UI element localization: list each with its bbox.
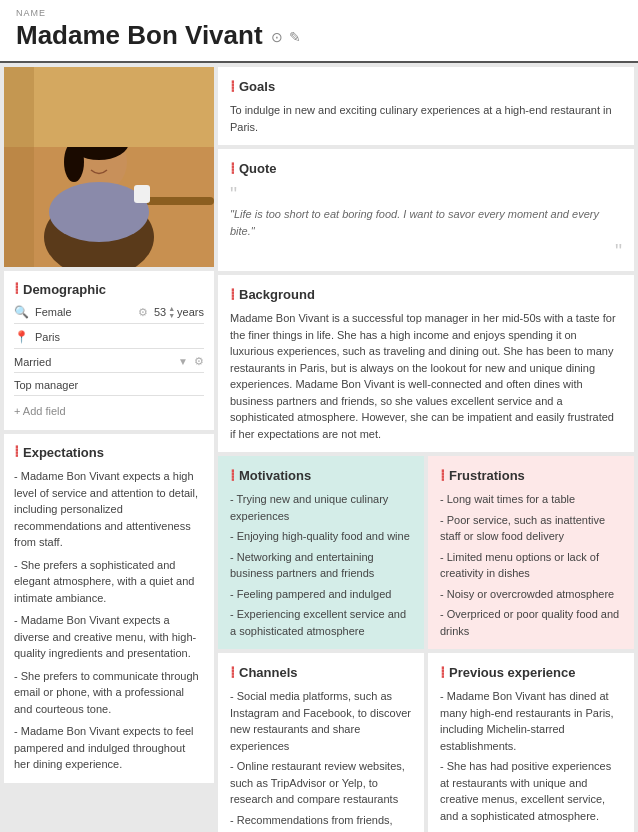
- channels-item-0: - Social media platforms, such as Instag…: [230, 688, 412, 754]
- frustrations-dots: ⁞: [440, 466, 445, 485]
- frustrations-card: ⁞ Frustrations - Long wait times for a t…: [428, 456, 634, 649]
- location-value: Paris: [35, 331, 204, 343]
- goals-dots: ⁞: [230, 77, 235, 96]
- age-unit: years: [177, 306, 204, 318]
- age-value: 53: [154, 306, 166, 318]
- motivations-title: ⁞ Motivations: [230, 466, 412, 485]
- status-row: Married ▼ ⚙: [14, 355, 204, 373]
- expectations-label: Expectations: [23, 445, 104, 460]
- channels-label: Channels: [239, 665, 298, 680]
- header: NAME Madame Bon Vivant ⊙ ✎: [0, 0, 638, 63]
- frustrations-item-4: - Overpriced or poor quality food and dr…: [440, 606, 622, 639]
- search-icon: 🔍: [14, 305, 29, 319]
- background-card: ⁞ Background Madame Bon Vivant is a succ…: [218, 275, 634, 452]
- expectations-item-1: - She prefers a sophisticated and elegan…: [14, 557, 204, 607]
- quote-title: ⁞ Quote: [230, 159, 622, 178]
- demographic-dots: ⁞: [14, 281, 19, 297]
- status-dropdown[interactable]: Married ▼: [14, 356, 188, 368]
- motivations-item-3: - Feeling pampered and indulged: [230, 586, 412, 603]
- previous-experience-card: ⁞ Previous experience - Madame Bon Vivan…: [428, 653, 634, 832]
- motivations-dots: ⁞: [230, 466, 235, 485]
- add-field-button[interactable]: + Add field: [14, 402, 204, 420]
- quote-label: Quote: [239, 161, 277, 176]
- frustrations-item-2: - Limited menu options or lack of creati…: [440, 549, 622, 582]
- channels-prevexp-grid: ⁞ Channels - Social media platforms, suc…: [218, 653, 634, 832]
- motivations-label: Motivations: [239, 468, 311, 483]
- person-illustration: [4, 67, 214, 267]
- prev-exp-title: ⁞ Previous experience: [440, 663, 622, 682]
- gender-value: Female: [35, 306, 132, 318]
- dropdown-arrow: ▼: [178, 356, 188, 367]
- expectations-dots: ⁞: [14, 444, 19, 460]
- motiv-frustrations-grid: ⁞ Motivations - Trying new and unique cu…: [218, 456, 634, 649]
- prev-exp-item-2: - However, she has also had negative exp…: [440, 828, 622, 832]
- expectations-title: ⁞ Expectations: [14, 444, 204, 460]
- main-grid: ⁞ Demographic 🔍 Female ⚙ 53 ▲ ▼ years: [0, 63, 638, 832]
- left-column: ⁞ Demographic 🔍 Female ⚙ 53 ▲ ▼ years: [4, 67, 214, 832]
- channels-item-1: - Online restaurant review websites, suc…: [230, 758, 412, 808]
- quote-card: ⁞ Quote " "Life is too short to eat bori…: [218, 149, 634, 271]
- motivations-card: ⁞ Motivations - Trying new and unique cu…: [218, 456, 424, 649]
- frustrations-item-3: - Noisy or overcrowded atmosphere: [440, 586, 622, 603]
- goals-text: To indulge in new and exciting culinary …: [230, 102, 622, 135]
- goals-label: Goals: [239, 79, 275, 94]
- motivations-item-1: - Enjoying high-quality food and wine: [230, 528, 412, 545]
- photo-placeholder: [4, 67, 214, 267]
- name-label: NAME: [16, 8, 622, 18]
- expectations-item-2: - Madame Bon Vivant expects a diverse an…: [14, 612, 204, 662]
- channels-card: ⁞ Channels - Social media platforms, suc…: [218, 653, 424, 832]
- expectations-item-0: - Madame Bon Vivant expects a high level…: [14, 468, 204, 551]
- right-column: ⁞ Goals To indulge in new and exciting c…: [218, 67, 634, 832]
- channels-item-2: - Recommendations from friends, colleagu…: [230, 812, 412, 833]
- demographic-label: Demographic: [23, 282, 106, 297]
- channels-dots: ⁞: [230, 663, 235, 682]
- age-stepper[interactable]: ▲ ▼: [168, 305, 175, 319]
- page-wrapper: NAME Madame Bon Vivant ⊙ ✎: [0, 0, 638, 832]
- occupation-value: Top manager: [14, 379, 204, 391]
- frustrations-title: ⁞ Frustrations: [440, 466, 622, 485]
- location-row: 📍 Paris: [14, 330, 204, 349]
- location-icon: 📍: [14, 330, 29, 344]
- background-dots: ⁞: [230, 285, 235, 304]
- prev-exp-item-0: - Madame Bon Vivant has dined at many hi…: [440, 688, 622, 754]
- svg-rect-9: [134, 185, 150, 203]
- motivations-item-2: - Networking and entertaining business p…: [230, 549, 412, 582]
- occupation-row: Top manager: [14, 379, 204, 396]
- goals-title: ⁞ Goals: [230, 77, 622, 96]
- prev-exp-item-1: - She has had positive experiences at re…: [440, 758, 622, 824]
- expectations-item-3: - She prefers to communicate through ema…: [14, 668, 204, 718]
- header-row: Madame Bon Vivant ⊙ ✎: [16, 20, 622, 51]
- expectations-card: ⁞ Expectations - Madame Bon Vivant expec…: [4, 434, 214, 783]
- expectations-item-4: - Madame Bon Vivant expects to feel pamp…: [14, 723, 204, 773]
- quote-dots: ⁞: [230, 159, 235, 178]
- quote-open: ": [230, 184, 622, 204]
- page-title: Madame Bon Vivant: [16, 20, 263, 51]
- prev-exp-dots: ⁞: [440, 663, 445, 682]
- channels-title: ⁞ Channels: [230, 663, 412, 682]
- settings-icon[interactable]: ⊙: [271, 29, 283, 45]
- header-icons: ⊙ ✎: [271, 29, 301, 45]
- prev-exp-label: Previous experience: [449, 665, 575, 680]
- status-gear-icon[interactable]: ⚙: [194, 355, 204, 368]
- background-text: Madame Bon Vivant is a successful top ma…: [230, 310, 622, 442]
- goals-card: ⁞ Goals To indulge in new and exciting c…: [218, 67, 634, 145]
- frustrations-item-0: - Long wait times for a table: [440, 491, 622, 508]
- status-value: Married: [14, 356, 174, 368]
- svg-rect-10: [4, 67, 214, 147]
- frustrations-item-1: - Poor service, such as inattentive staf…: [440, 512, 622, 545]
- gender-row: 🔍 Female ⚙ 53 ▲ ▼ years: [14, 305, 204, 324]
- background-label: Background: [239, 287, 315, 302]
- profile-photo: [4, 67, 214, 267]
- age-field: 53 ▲ ▼ years: [154, 305, 204, 319]
- background-title: ⁞ Background: [230, 285, 622, 304]
- quote-text: "Life is too short to eat boring food. I…: [230, 206, 622, 239]
- demographic-title: ⁞ Demographic: [14, 281, 204, 297]
- demographic-card: ⁞ Demographic 🔍 Female ⚙ 53 ▲ ▼ years: [4, 271, 214, 430]
- svg-point-7: [64, 142, 84, 182]
- frustrations-label: Frustrations: [449, 468, 525, 483]
- svg-rect-11: [4, 67, 34, 267]
- gear-icon[interactable]: ⚙: [138, 306, 148, 319]
- edit-icon[interactable]: ✎: [289, 29, 301, 45]
- motivations-item-0: - Trying new and unique culinary experie…: [230, 491, 412, 524]
- quote-close: ": [230, 241, 622, 261]
